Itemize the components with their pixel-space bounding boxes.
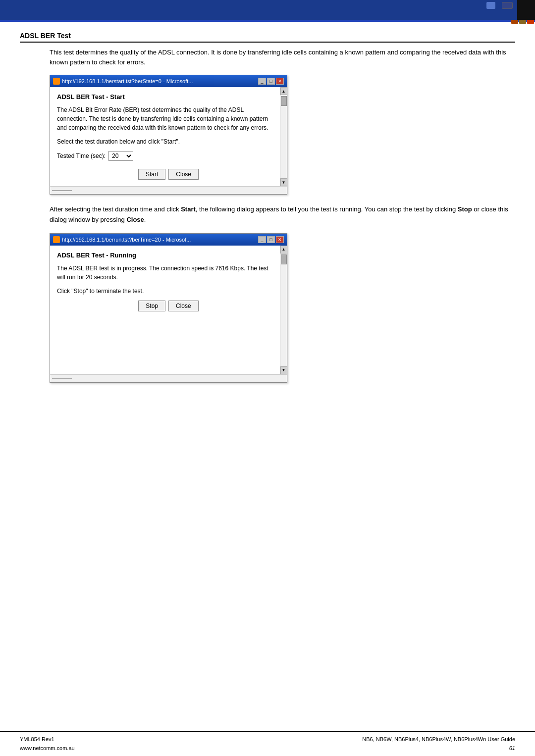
- titlebar-buttons-2[interactable]: _ □ ✕: [258, 236, 284, 243]
- scrollbar-thumb-1[interactable]: [281, 96, 287, 106]
- browser-content-1: ▲ ▼ ADSL BER Test - Start The ADSL Bit E…: [50, 87, 287, 186]
- footer-line1: YML854 Rev1: [20, 735, 75, 744]
- taskbar-icon-area: [486, 2, 495, 10]
- close-button-2[interactable]: ✕: [276, 236, 284, 243]
- form-label-1: Tested Time (sec):: [57, 152, 106, 159]
- statusbar-1: [50, 186, 287, 194]
- section-description: This test determines the quality of the …: [50, 48, 515, 67]
- browser-window-1: http://192.168.1.1/berstart.tst?berState…: [50, 75, 287, 195]
- footer-line2: www.netcomm.com.au: [20, 744, 75, 753]
- statusbar-2: [50, 374, 287, 382]
- titlebar-text-2: http://192.168.1.1/berrun.tst?berTime=20…: [62, 237, 191, 243]
- close-button-1[interactable]: ✕: [276, 78, 284, 85]
- section-title: ADSL BER Test: [20, 32, 71, 40]
- button-row-2: Stop Close: [57, 301, 280, 311]
- titlebar-left-2: http://192.168.1.1/berrun.tst?berTime=20…: [53, 236, 191, 243]
- between-text: After selecting the test duration time a…: [50, 204, 515, 225]
- minimize-button-1[interactable]: _: [258, 78, 266, 85]
- scrollbar-up-2[interactable]: ▲: [280, 246, 287, 253]
- dialog1-instruction: Select the test duration below and click…: [57, 137, 280, 146]
- start-button[interactable]: Start: [138, 169, 165, 180]
- stop-button[interactable]: Stop: [138, 301, 165, 311]
- taskbar: [0, 0, 535, 20]
- statusbar-line-1: [52, 190, 72, 191]
- statusbar-line-2: [52, 378, 72, 379]
- footer-left: YML854 Rev1 www.netcomm.com.au: [20, 735, 75, 753]
- dialog2-title: ADSL BER Test - Running: [57, 252, 280, 259]
- footer: YML854 Rev1 www.netcomm.com.au NB6, NB6W…: [0, 731, 535, 756]
- form-row-1: Tested Time (sec): 20 40 60 120: [57, 151, 280, 161]
- scrollbar-down-1[interactable]: ▼: [280, 178, 287, 186]
- footer-page-number: 61: [362, 744, 515, 753]
- browser-icon-2: [53, 236, 60, 243]
- section-header: ADSL BER Test: [20, 32, 515, 43]
- browser-content-2: ▲ ▼ ADSL BER Test - Running The ADSL BER…: [50, 246, 287, 374]
- bold-close: Close: [126, 216, 144, 223]
- time-select[interactable]: 20 40 60 120: [108, 151, 133, 161]
- minimize-button-2[interactable]: _: [258, 236, 266, 243]
- maximize-button-2[interactable]: □: [267, 236, 275, 243]
- bold-start: Start: [181, 205, 196, 213]
- browser-icon-1: [53, 78, 60, 85]
- close-button-dialog1[interactable]: Close: [168, 169, 199, 180]
- button-row-1: Start Close: [57, 169, 280, 180]
- browser-titlebar-1: http://192.168.1.1/berstart.tst?berState…: [50, 75, 287, 87]
- scrollbar-2[interactable]: ▲ ▼: [280, 246, 287, 374]
- scrollbar-down-2[interactable]: ▼: [280, 366, 287, 374]
- dialog1-title: ADSL BER Test - Start: [57, 93, 280, 101]
- close-button-dialog2[interactable]: Close: [168, 301, 199, 311]
- scrollbar-up-1[interactable]: ▲: [280, 87, 287, 95]
- dialog1-body: The ADSL Bit Error Rate (BER) test deter…: [57, 105, 280, 132]
- taskbar-black-box: [517, 0, 535, 20]
- dialog2-body1: The ADSL BER test is in progress. The co…: [57, 264, 280, 282]
- titlebar-buttons-1[interactable]: _ □ ✕: [258, 78, 284, 85]
- bold-stop: Stop: [458, 205, 472, 213]
- titlebar-left-1: http://192.168.1.1/berstart.tst?berState…: [53, 78, 193, 85]
- dialog2-body2: Click "Stop" to terminate the test.: [57, 287, 280, 296]
- scrollbar-thumb-2[interactable]: [281, 254, 287, 264]
- titlebar-text-1: http://192.168.1.1/berstart.tst?berState…: [62, 78, 193, 84]
- main-content: ADSL BER Test This test determines the q…: [0, 22, 535, 422]
- browser-window-2: http://192.168.1.1/berrun.tst?berTime=20…: [50, 233, 287, 383]
- footer-right: NB6, NB6W, NB6Plus4, NB6Plus4W, NB6Plus4…: [362, 735, 515, 753]
- maximize-button-1[interactable]: □: [267, 78, 275, 85]
- scrollbar-1[interactable]: ▲ ▼: [280, 87, 287, 186]
- taskbar-icon2: [502, 2, 513, 10]
- browser-titlebar-2: http://192.168.1.1/berrun.tst?berTime=20…: [50, 234, 287, 246]
- footer-right-line1: NB6, NB6W, NB6Plus4, NB6Plus4W, NB6Plus4…: [362, 735, 515, 744]
